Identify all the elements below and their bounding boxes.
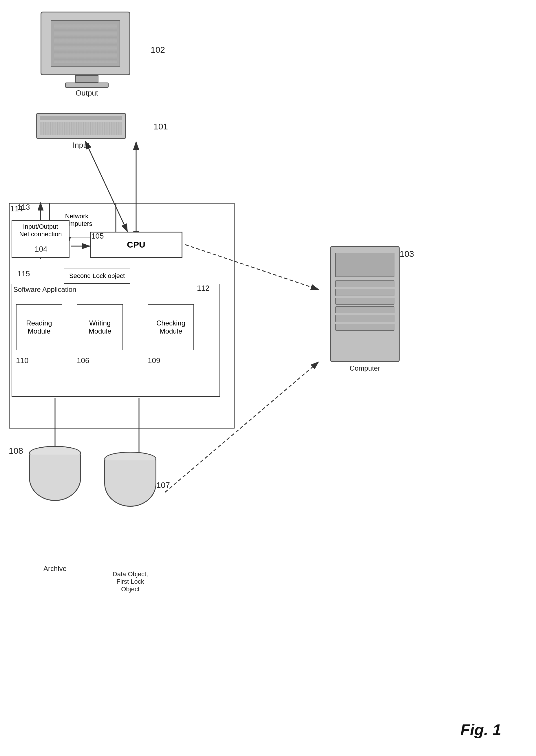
ref-106: 106: [77, 356, 89, 365]
writing-module-label: WritingModule: [88, 319, 112, 335]
computer-tower-wrap: Computer: [318, 246, 411, 372]
ref-115: 115: [17, 269, 30, 278]
reading-module-label: ReadingModule: [26, 319, 52, 335]
dataobj-label: Data Object,First LockObject: [104, 571, 156, 593]
tower-drive-4: [335, 306, 394, 313]
output-monitor: Output: [35, 12, 139, 98]
tower-drive-5: [335, 315, 394, 322]
output-label: Output: [35, 88, 139, 98]
ref-109: 109: [148, 356, 160, 365]
dataobj-wrap: Data Object,First LockObject: [104, 452, 156, 593]
ref-112: 112: [197, 284, 209, 293]
ref-103: 103: [400, 249, 414, 259]
archive-wrap: Archive: [29, 446, 81, 573]
tower-drives: [335, 280, 394, 332]
input-label: Input: [29, 141, 133, 150]
checking-module-label: CheckingModule: [156, 319, 185, 335]
computer-tower: [330, 246, 400, 362]
monitor-base: [65, 82, 109, 88]
ref-108: 108: [9, 446, 23, 456]
computer-label: Computer: [318, 364, 411, 372]
checking-module-box: CheckingModule: [148, 304, 194, 350]
monitor-screen: [51, 20, 120, 67]
reading-module-box: ReadingModule: [16, 304, 62, 350]
tower-drive-1: [335, 280, 394, 287]
cylinder-body: [29, 455, 81, 501]
ref-111: 111: [10, 204, 24, 214]
ref-107: 107: [156, 481, 170, 490]
writing-module-box: WritingModule: [77, 304, 123, 350]
dataobj-cylinder: [104, 452, 156, 509]
archive-cylinder: [29, 446, 81, 504]
keyboard-illustration: [36, 113, 126, 139]
second-lock-box: Second Lock object: [64, 268, 130, 284]
monitor-body: [41, 12, 130, 75]
tower-drive-6: [335, 324, 394, 331]
tower-drive-3: [335, 298, 394, 305]
archive-label: Archive: [29, 565, 81, 573]
dataobj-cylinder-body: [104, 460, 156, 507]
fig-label: Fig. 1: [460, 721, 501, 739]
ref-101: 101: [153, 122, 168, 131]
diagram: Output 102 Input 101 NetworkComputers 11…: [0, 0, 536, 756]
cpu-label: CPU: [127, 240, 145, 249]
tower-drive-2: [335, 289, 394, 296]
ref-105: 105: [91, 232, 104, 241]
second-lock-label: Second Lock object: [69, 272, 125, 280]
software-app-label: Software Application: [13, 285, 76, 294]
ref-102: 102: [151, 45, 165, 55]
ref-110: 110: [16, 356, 28, 365]
input-keyboard: Input: [29, 113, 133, 150]
monitor-illustration: [41, 12, 133, 87]
io-label: Input/OutputNet connection: [19, 223, 62, 238]
monitor-stand: [75, 75, 98, 82]
ref-104: 104: [35, 245, 47, 254]
